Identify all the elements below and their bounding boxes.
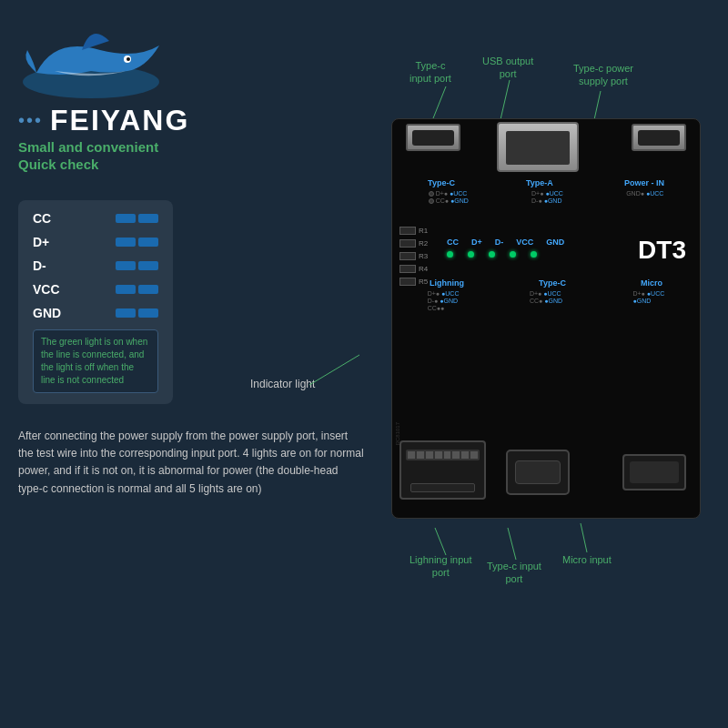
dminus-bars xyxy=(116,261,158,270)
type-c-right-port xyxy=(632,124,686,151)
cc-pin-label: CC xyxy=(447,238,459,247)
dminus-pin-label: D- xyxy=(495,238,504,247)
type-c-bottom-pins: D+●●UCC CC●●GND xyxy=(530,290,562,311)
annotation-type-c-input-bottom: Type-c inputport xyxy=(487,560,541,586)
vcc-pin-label: VCC xyxy=(516,238,533,247)
brand-dots: ••• xyxy=(18,110,43,131)
bottom-pin-rows: D+●●UCC D-●●GND CC●● D+●●UCC CC●●GND D+●… xyxy=(392,290,700,311)
type-c-pins: D+● ●UCC CC● ●GND xyxy=(429,190,469,204)
r1-row: R1 xyxy=(399,227,428,235)
usb-type-a-port xyxy=(497,122,579,172)
dminus-label: D- xyxy=(33,258,69,273)
type-c-left-port xyxy=(406,124,460,151)
bottom-section-labels-top: Lighning Type-C Micro xyxy=(392,278,700,288)
brand-row: ••• FEIYANG xyxy=(18,104,189,137)
led-cc xyxy=(447,251,453,258)
gnd-label: GND xyxy=(33,306,69,320)
vcc-bars xyxy=(116,285,158,294)
svg-line-3 xyxy=(309,355,359,385)
gnd-bar-1 xyxy=(116,308,136,318)
dt3-model-label: DT3 xyxy=(638,236,686,265)
description-text: After connecting the power supply from t… xyxy=(18,428,364,498)
indicator-panel: CC D+ D- VCC GND The green light is xyxy=(18,200,173,404)
cc-bar-2 xyxy=(138,214,158,223)
main-pin-labels: CC D+ D- VCC GND xyxy=(447,238,564,247)
section-labels-row: Type-C Type-A Power - IN xyxy=(392,178,700,187)
micro-usb-connector xyxy=(622,454,686,490)
vcc-label: VCC xyxy=(33,282,69,297)
annotation-micro-input: Micro input xyxy=(562,553,612,566)
lightning-connector xyxy=(399,440,486,500)
led-dminus xyxy=(489,251,495,258)
indicator-note: The green light is on when the line is c… xyxy=(33,329,158,393)
indicator-light-label: Indicator light xyxy=(250,378,315,390)
gnd-bars xyxy=(116,308,158,318)
led-dplus xyxy=(468,251,474,258)
indicator-row-vcc: VCC xyxy=(33,282,158,297)
led-dots-row xyxy=(447,251,537,258)
dplus-bar-1 xyxy=(116,238,136,247)
annotation-lightning-input: Lighning inputport xyxy=(410,553,472,580)
dminus-bar-2 xyxy=(138,261,158,270)
tagline2: Quick check xyxy=(18,157,189,172)
led-vcc xyxy=(510,251,516,258)
dplus-bars xyxy=(116,238,158,247)
annotation-usb-output: USB outputport xyxy=(482,55,533,81)
brand-name: FEIYANG xyxy=(50,104,189,137)
indicator-row-cc: CC xyxy=(33,211,158,226)
r2-row: R2 xyxy=(399,239,428,248)
svg-line-7 xyxy=(435,528,446,555)
cc-bars xyxy=(116,214,158,223)
r4-row: R4 xyxy=(399,265,428,273)
svg-line-9 xyxy=(581,523,587,552)
type-c-bottom-section-label: Type-C xyxy=(539,278,566,288)
dplus-bar-2 xyxy=(138,238,158,247)
annotation-type-c-power: Type-c powersupply port xyxy=(573,62,633,88)
indicator-row-dminus: D- xyxy=(33,258,158,273)
logo-area: ••• FEIYANG Small and convenient Quick c… xyxy=(18,18,189,172)
pcb-serial: RC81017 xyxy=(395,422,400,445)
shark-logo-icon xyxy=(18,18,164,100)
gnd-pin-label: GND xyxy=(546,238,564,247)
pcb-board: Type-C Type-A Power - IN D+● ●UCC CC● ●G… xyxy=(391,118,701,519)
pin-dots-row: D+● ●UCC CC● ●GND D+● ●UCC D-● ●GND GND●… xyxy=(397,190,695,204)
dminus-bar-1 xyxy=(116,261,136,270)
lightning-section-label: Lighning xyxy=(430,278,464,288)
annotation-type-c-input: Type-cinput port xyxy=(410,59,451,86)
dplus-label: D+ xyxy=(33,235,69,249)
led-gnd xyxy=(531,251,537,258)
power-in-section-label: Power - IN xyxy=(624,178,664,187)
type-c-section-label: Type-C xyxy=(428,178,455,187)
type-a-section-label: Type-A xyxy=(526,178,553,187)
micro-pins: D+●●UCC ●GND xyxy=(632,290,664,311)
cc-bar-1 xyxy=(116,214,136,223)
r3-row: R3 xyxy=(399,252,428,260)
indicator-row-dplus: D+ xyxy=(33,235,158,249)
type-c-bottom-connector xyxy=(506,450,570,495)
indicator-row-gnd: GND xyxy=(33,306,158,320)
tagline1: Small and convenient xyxy=(18,139,189,155)
svg-line-8 xyxy=(508,528,516,560)
svg-point-2 xyxy=(126,57,130,61)
cc-label: CC xyxy=(33,211,69,226)
lightning-pins: D+●●UCC D-●●GND CC●● xyxy=(428,290,460,311)
gnd-bar-2 xyxy=(138,308,158,318)
micro-section-label: Micro xyxy=(641,278,662,288)
type-a-pins: D+● ●UCC D-● ●GND xyxy=(531,190,563,204)
resistor-labels: R1 R2 R3 R4 R5 xyxy=(399,227,428,286)
vcc-bar-2 xyxy=(138,285,158,294)
dplus-pin-label: D+ xyxy=(471,238,482,247)
vcc-bar-1 xyxy=(116,285,136,294)
power-in-pins: GND● ●UCC xyxy=(626,190,663,204)
